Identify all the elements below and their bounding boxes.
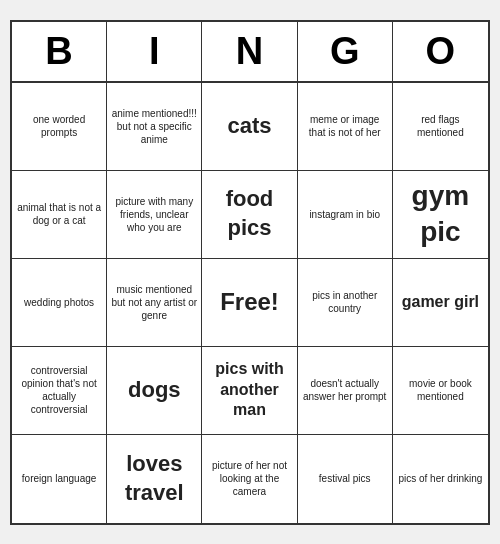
cell-text-21: loves travel	[111, 450, 197, 507]
bingo-cell-22[interactable]: picture of her not looking at the camera	[202, 435, 297, 523]
bingo-cell-3[interactable]: meme or image that is not of her	[298, 83, 393, 171]
cell-text-6: picture with many friends, unclear who y…	[111, 195, 197, 234]
bingo-cell-16[interactable]: dogs	[107, 347, 202, 435]
cell-text-10: wedding photos	[24, 296, 94, 309]
cell-text-2: cats	[227, 112, 271, 141]
cell-text-5: animal that is not a dog or a cat	[16, 201, 102, 227]
bingo-header: BINGO	[12, 22, 488, 83]
bingo-cell-8[interactable]: instagram in bio	[298, 171, 393, 259]
cell-text-12: Free!	[220, 286, 279, 317]
bingo-cell-18[interactable]: doesn't actually answer her prompt	[298, 347, 393, 435]
cell-text-9: gym pic	[397, 178, 484, 251]
cell-text-4: red flags mentioned	[397, 113, 484, 139]
bingo-cell-10[interactable]: wedding photos	[12, 259, 107, 347]
bingo-cell-19[interactable]: movie or book mentioned	[393, 347, 488, 435]
cell-text-18: doesn't actually answer her prompt	[302, 377, 388, 403]
bingo-cell-11[interactable]: music mentioned but not any artist or ge…	[107, 259, 202, 347]
bingo-grid: one worded promptsanime mentioned!!! but…	[12, 83, 488, 523]
bingo-cell-0[interactable]: one worded prompts	[12, 83, 107, 171]
bingo-cell-23[interactable]: festival pics	[298, 435, 393, 523]
bingo-letter-o: O	[393, 22, 488, 83]
cell-text-8: instagram in bio	[309, 208, 380, 221]
bingo-cell-12[interactable]: Free!	[202, 259, 297, 347]
bingo-cell-1[interactable]: anime mentioned!!! but not a specific an…	[107, 83, 202, 171]
bingo-cell-13[interactable]: pics in another country	[298, 259, 393, 347]
bingo-letter-g: G	[298, 22, 393, 83]
cell-text-1: anime mentioned!!! but not a specific an…	[111, 107, 197, 146]
cell-text-17: pics with another man	[206, 359, 292, 421]
bingo-cell-5[interactable]: animal that is not a dog or a cat	[12, 171, 107, 259]
cell-text-22: picture of her not looking at the camera	[206, 459, 292, 498]
bingo-cell-4[interactable]: red flags mentioned	[393, 83, 488, 171]
bingo-cell-7[interactable]: food pics	[202, 171, 297, 259]
cell-text-0: one worded prompts	[16, 113, 102, 139]
cell-text-24: pics of her drinking	[398, 472, 482, 485]
bingo-cell-24[interactable]: pics of her drinking	[393, 435, 488, 523]
cell-text-3: meme or image that is not of her	[302, 113, 388, 139]
bingo-cell-14[interactable]: gamer girl	[393, 259, 488, 347]
bingo-letter-n: N	[202, 22, 297, 83]
cell-text-20: foreign language	[22, 472, 97, 485]
bingo-letter-b: B	[12, 22, 107, 83]
bingo-cell-2[interactable]: cats	[202, 83, 297, 171]
cell-text-16: dogs	[128, 376, 181, 405]
bingo-cell-17[interactable]: pics with another man	[202, 347, 297, 435]
bingo-letter-i: I	[107, 22, 202, 83]
cell-text-13: pics in another country	[302, 289, 388, 315]
bingo-cell-20[interactable]: foreign language	[12, 435, 107, 523]
bingo-cell-15[interactable]: controversial opinion that's not actuall…	[12, 347, 107, 435]
bingo-cell-6[interactable]: picture with many friends, unclear who y…	[107, 171, 202, 259]
cell-text-23: festival pics	[319, 472, 371, 485]
bingo-cell-9[interactable]: gym pic	[393, 171, 488, 259]
cell-text-15: controversial opinion that's not actuall…	[16, 364, 102, 416]
cell-text-14: gamer girl	[402, 292, 479, 313]
cell-text-11: music mentioned but not any artist or ge…	[111, 283, 197, 322]
cell-text-7: food pics	[206, 185, 292, 242]
bingo-cell-21[interactable]: loves travel	[107, 435, 202, 523]
bingo-card: BINGO one worded promptsanime mentioned!…	[10, 20, 490, 525]
cell-text-19: movie or book mentioned	[397, 377, 484, 403]
